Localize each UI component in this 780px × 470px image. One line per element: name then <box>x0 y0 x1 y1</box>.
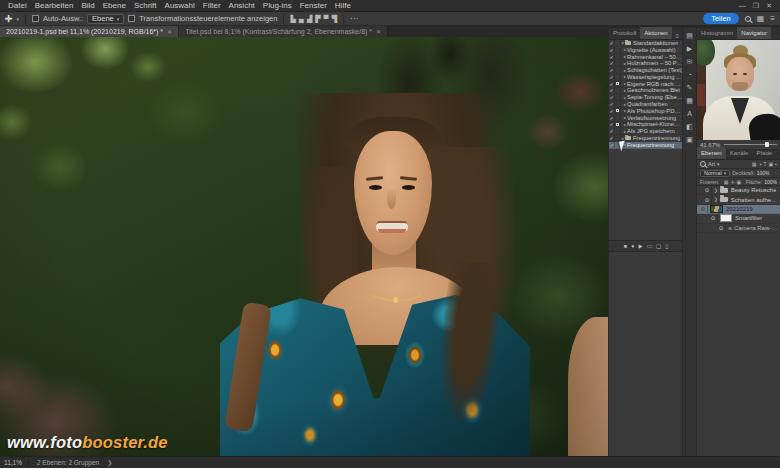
align-icon[interactable]: ▛ <box>315 13 320 25</box>
dock-panel-icon[interactable]: ✎ <box>687 84 693 91</box>
dock-panel-icon[interactable]: ▶ <box>687 45 692 52</box>
expand-arrow-icon[interactable]: ▸ <box>624 122 626 127</box>
align-icon[interactable]: ▀ <box>324 13 329 25</box>
panel-tab[interactable]: Kanäle <box>726 147 753 159</box>
panel-tab[interactable]: Aktionen <box>640 27 671 39</box>
status-zoom-value[interactable]: 11,1% <box>4 459 29 466</box>
expand-arrow-icon[interactable]: ▸ <box>624 88 626 93</box>
lock-icon[interactable]: ▣ <box>737 179 742 185</box>
dock-panel-icon[interactable]: ✉ <box>687 58 693 65</box>
dock-panel-icon[interactable]: ▤ <box>686 32 693 39</box>
action-dialog-toggle[interactable] <box>615 88 621 94</box>
action-dialog-toggle[interactable] <box>615 122 621 128</box>
action-button[interactable]: ■ <box>624 241 627 251</box>
window-control-icon[interactable]: ❐ <box>753 0 759 12</box>
window-control-icon[interactable]: — <box>739 0 746 12</box>
menu-item[interactable]: Plug-ins <box>259 0 296 12</box>
action-dialog-toggle[interactable] <box>615 115 621 121</box>
menu-item[interactable]: Datei <box>4 0 31 12</box>
layer-filter-icon[interactable]: ▣ <box>768 161 773 167</box>
menu-item[interactable]: Bearbeiten <box>31 0 78 12</box>
layer-thumbnail[interactable] <box>710 205 723 213</box>
navigator-zoom-slider[interactable] <box>724 144 777 145</box>
dock-panel-icon[interactable]: ◔ <box>687 71 691 78</box>
panel-tab[interactable]: Pfade <box>752 147 776 159</box>
workspace-icon[interactable]: ▦ <box>757 14 765 23</box>
filter-mask-thumbnail[interactable] <box>720 214 732 222</box>
action-dialog-toggle[interactable] <box>615 81 621 87</box>
action-row[interactable]: ✓ ▸ Als Photoshop-PDF speich... <box>609 108 683 115</box>
auto-select-checkbox[interactable] <box>32 15 39 22</box>
align-icon[interactable]: ▜ <box>332 13 337 25</box>
panel-tab[interactable]: Ebenen <box>697 147 726 159</box>
menu-item[interactable]: Auswahl <box>161 0 199 12</box>
action-dialog-toggle[interactable] <box>615 74 621 80</box>
move-tool-icon[interactable]: ✛ <box>5 14 13 24</box>
transform-controls-checkbox[interactable] <box>128 15 135 22</box>
action-dialog-toggle[interactable] <box>615 54 621 60</box>
action-dialog-toggle[interactable] <box>615 128 621 134</box>
expand-arrow-icon[interactable]: ❯ <box>714 188 718 193</box>
action-dialog-toggle[interactable] <box>615 101 621 107</box>
workspace-icon[interactable]: ≡ <box>770 14 775 23</box>
menu-item[interactable]: Schrift <box>130 0 161 12</box>
layer-filter-icon[interactable]: ▪ <box>775 161 777 167</box>
close-icon[interactable]: ✕ <box>167 28 172 35</box>
panel-tab[interactable]: Navigator <box>737 27 771 39</box>
action-dialog-toggle[interactable] <box>615 47 621 53</box>
expand-arrow-icon[interactable]: ▸ <box>624 47 626 52</box>
panel-tab[interactable]: Histogramm <box>697 27 737 39</box>
slider-thumb[interactable] <box>765 142 769 147</box>
close-icon[interactable]: ✕ <box>376 28 381 35</box>
fill-value[interactable]: 100% <box>764 179 777 185</box>
layer-row[interactable]: ⊙ ❯ ≋ Beauty Retusche <box>697 186 780 195</box>
layer-filter-icon[interactable]: ▦ <box>752 161 757 167</box>
action-row[interactable]: ✓ ▸ Wasserspiegelung (Text) <box>609 74 683 81</box>
menu-item[interactable]: Ansicht <box>225 0 259 12</box>
search-icon[interactable] <box>745 16 751 22</box>
opacity-value[interactable]: 100% <box>757 170 770 176</box>
expand-arrow-icon[interactable]: ▸ <box>624 108 626 113</box>
action-row[interactable]: ✓ ▸ Eigene RGB nach Graustufen <box>609 81 683 88</box>
visibility-eye-icon[interactable]: ⊙ <box>703 195 712 203</box>
tool-preset-caret-icon[interactable]: ▾ <box>17 16 20 22</box>
menu-item[interactable]: Ebene <box>99 0 130 12</box>
action-row[interactable]: ✓ ▸ Mischpinsel-Klonen, Malv... <box>609 122 683 129</box>
layer-filter-search-icon[interactable] <box>700 161 706 167</box>
expand-arrow-icon[interactable]: ▸ <box>624 115 626 120</box>
action-row[interactable]: ✓ ▸ Als JPG speichern <box>609 128 683 135</box>
action-row[interactable]: ✓ ▸ Standardaktionen <box>609 40 683 47</box>
menu-item[interactable]: Filter <box>199 0 225 12</box>
layer-row[interactable]: ⊙ ❯ ≋ Schatten aufhellen <box>697 195 780 204</box>
layer-filter-icon[interactable]: ◑ <box>758 161 761 167</box>
action-dialog-toggle[interactable] <box>615 60 621 66</box>
document-tab[interactable]: Titel.psd bei 8,1% (Kontrast/Schärfung 2… <box>179 26 388 37</box>
action-button[interactable]: ▶ <box>638 241 642 251</box>
action-button[interactable]: ▭ <box>647 241 652 251</box>
action-row[interactable]: ✓ ▸ Holzrahmen – 50 Pixel <box>609 60 683 67</box>
expand-arrow-icon[interactable]: ▸ <box>624 81 626 86</box>
align-icon[interactable]: ▟ <box>307 13 312 25</box>
visibility-eye-icon[interactable]: ⊙ <box>717 224 726 232</box>
layer-row[interactable]: ⊙ ❯ ≋ 20210219 <box>697 205 780 214</box>
visibility-eye-icon[interactable]: ⊙ <box>703 186 712 194</box>
action-button[interactable]: ● <box>631 241 634 251</box>
visibility-eye-icon[interactable]: ⊙ <box>709 214 718 222</box>
menu-item[interactable]: Hilfe <box>331 0 355 12</box>
visibility-eye-icon[interactable]: ⊙ <box>699 205 708 213</box>
action-row[interactable]: ✓ ▸ Rahmenkanal – 50 Pixel <box>609 54 683 61</box>
layer-row[interactable]: ⊙ ❯ ≋ Camera Raw-Filter <box>697 224 780 233</box>
dock-panel-icon[interactable]: A <box>687 110 692 117</box>
more-options-icon[interactable]: ⋯ <box>350 14 358 23</box>
action-dialog-toggle[interactable] <box>615 108 621 114</box>
expand-arrow-icon[interactable]: ▸ <box>624 74 626 79</box>
dock-panel-icon[interactable]: ◧ <box>686 123 693 130</box>
lock-icon[interactable]: ✛ <box>730 179 734 185</box>
expand-arrow-icon[interactable]: ▸ <box>624 68 626 73</box>
action-dialog-toggle[interactable] <box>615 40 621 46</box>
expand-arrow-icon[interactable]: ❯ <box>714 197 718 202</box>
action-dialog-toggle[interactable] <box>615 67 621 73</box>
align-icon[interactable]: ▙ <box>290 13 295 25</box>
menu-item[interactable]: Bild <box>77 0 98 12</box>
action-row[interactable]: ✓ ▸ Sepia-Tonung (Ebene) <box>609 94 683 101</box>
